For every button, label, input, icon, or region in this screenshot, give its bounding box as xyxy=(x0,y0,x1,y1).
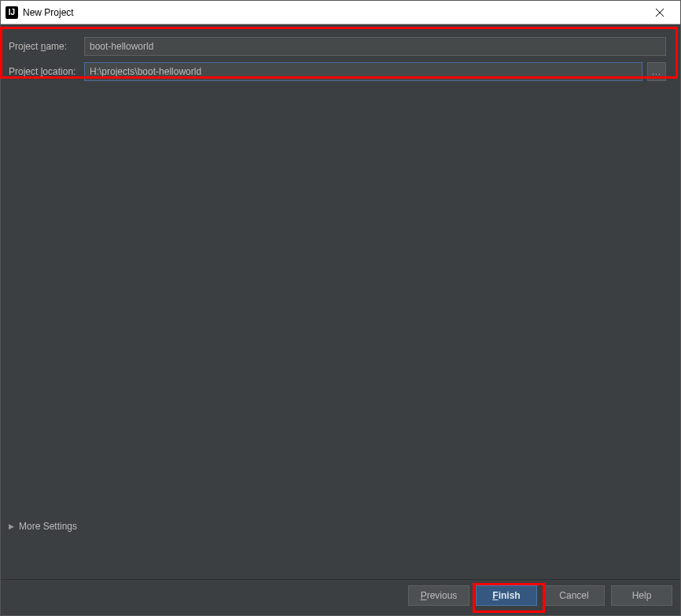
form-area: Project name: Project location: ... xyxy=(9,32,672,95)
close-button[interactable] xyxy=(644,2,675,24)
window-title: New Project xyxy=(23,7,644,18)
project-location-label: Project location: xyxy=(9,66,84,77)
close-icon xyxy=(656,9,664,17)
new-project-dialog: IJ New Project Project name: Project loc… xyxy=(0,0,681,616)
button-bar: Previous Finish Cancel Help xyxy=(1,579,680,615)
project-location-input[interactable] xyxy=(84,62,642,81)
dialog-content: Project name: Project location: ... ▶ Mo… xyxy=(1,24,680,579)
project-location-row: Project location: ... xyxy=(9,62,666,81)
previous-button[interactable]: Previous xyxy=(408,585,469,606)
more-settings-label: More Settings xyxy=(19,521,77,532)
help-button[interactable]: Help xyxy=(611,585,672,606)
titlebar: IJ New Project xyxy=(1,1,680,24)
project-name-input[interactable] xyxy=(84,37,666,56)
finish-button[interactable]: Finish xyxy=(476,585,537,606)
chevron-right-icon: ▶ xyxy=(9,522,14,530)
app-icon: IJ xyxy=(6,6,18,19)
project-name-label: Project name: xyxy=(9,41,84,52)
more-settings-toggle[interactable]: ▶ More Settings xyxy=(9,521,77,532)
cancel-button[interactable]: Cancel xyxy=(543,585,605,606)
browse-location-button[interactable]: ... xyxy=(647,62,666,81)
project-name-row: Project name: xyxy=(9,37,666,56)
